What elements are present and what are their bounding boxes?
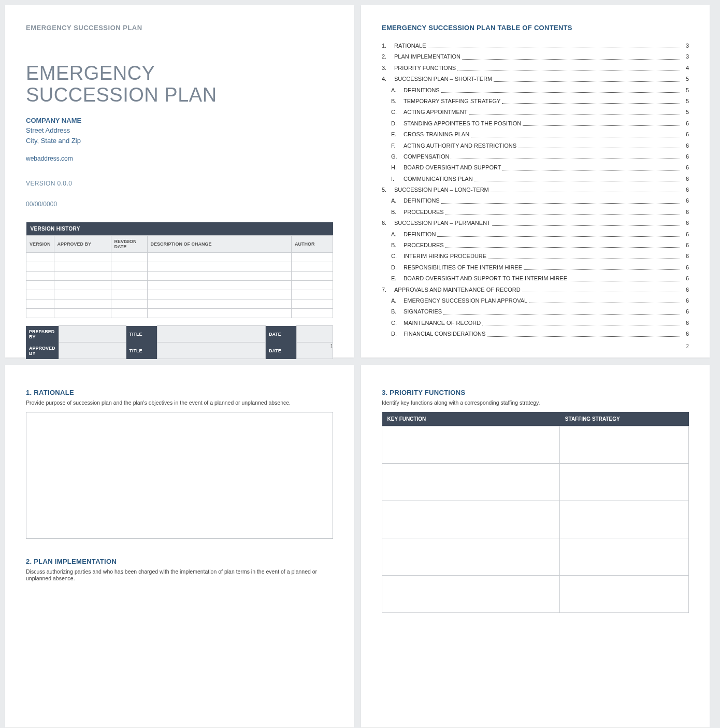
toc-dots [471, 131, 680, 137]
toc-entry: B.SIGNATORIES6 [382, 308, 689, 316]
toc-label: INTERIM HIRING PROCEDURE [404, 252, 486, 260]
toc-dots [494, 75, 680, 81]
priority-row [382, 426, 689, 463]
toc-dots [529, 297, 680, 303]
toc-label: COMMUNICATIONS PLAN [404, 175, 473, 183]
toc-page: 6 [682, 330, 689, 338]
toc-title: EMERGENCY SUCCESSION PLAN TABLE OF CONTE… [382, 24, 689, 32]
toc-number: D. [391, 330, 404, 338]
toc-dots [457, 64, 680, 70]
toc-entry: 1.RATIONALE3 [382, 42, 689, 50]
toc-entry: C.MAINTENANCE OF RECORD6 [382, 319, 689, 327]
toc-dots [445, 208, 680, 215]
version-label: VERSION 0.0.0 [26, 180, 333, 187]
toc-label: SUCCESSION PLAN – PERMANENT [394, 219, 491, 227]
rationale-box [26, 412, 333, 539]
section-2-desc: Discuss authorizing parties and who has … [26, 568, 333, 582]
toc-label: ACTING APPOINTMENT [404, 108, 467, 116]
prepared-by-label: PREPARED BY [26, 326, 59, 342]
doc-header: EMERGENCY SUCCESSION PLAN [26, 24, 333, 32]
vh-row [26, 309, 333, 318]
toc-number: D. [391, 264, 404, 272]
toc-entry: F.ACTING AUTHORITY AND RESTRICTIONS6 [382, 142, 689, 150]
toc-entry: 4.SUCCESSION PLAN – SHORT-TERM5 [382, 75, 689, 83]
toc-label: FINANCIAL CONSIDERATIONS [404, 330, 485, 338]
toc-dots [474, 175, 680, 181]
section-3-desc: Identify key functions along with a corr… [382, 399, 689, 407]
priority-functions-table: KEY FUNCTION STAFFING STRATEGY [382, 412, 689, 613]
toc-number: A. [391, 297, 404, 305]
toc-dots [502, 164, 680, 170]
toc-number: D. [391, 120, 404, 127]
toc-entry: 3.PRIORITY FUNCTIONS4 [382, 64, 689, 72]
toc-page: 5 [682, 87, 689, 94]
page-2: EMERGENCY SUCCESSION PLAN TABLE OF CONTE… [361, 5, 710, 358]
toc-page: 6 [682, 286, 689, 294]
toc-label: SUCCESSION PLAN – SHORT-TERM [394, 75, 492, 83]
doc-date: 00/00/0000 [26, 201, 333, 208]
toc-number: G. [391, 153, 404, 161]
toc-number: B. [391, 241, 404, 249]
toc-number: B. [391, 308, 404, 316]
title-label: TITLE [126, 326, 157, 342]
section-3-title: 3. PRIORITY FUNCTIONS [382, 389, 689, 396]
toc-number: 5. [382, 186, 394, 194]
toc-page: 6 [682, 175, 689, 183]
toc-dots [441, 197, 680, 203]
toc-page: 6 [682, 219, 689, 227]
vh-row [26, 299, 333, 309]
vh-col-version: VERSION [26, 236, 54, 253]
toc-entry: A.DEFINITIONS5 [382, 87, 689, 94]
vh-title: VERSION HISTORY [26, 222, 333, 236]
signoff-table: PREPARED BY TITLE DATE APPROVED BY TITLE… [26, 325, 333, 359]
toc-number: A. [391, 231, 404, 238]
toc-dots [443, 308, 680, 314]
toc-dots [524, 264, 680, 270]
vh-col-approved-by: APPROVED BY [54, 236, 111, 253]
toc-page: 4 [682, 64, 689, 72]
toc-dots [469, 108, 680, 115]
toc-entry: 7.APPROVALS AND MAINTENANCE OF RECORD6 [382, 286, 689, 294]
date-label-2: DATE [266, 342, 297, 359]
approved-by-cell [59, 342, 126, 359]
toc-dots [451, 153, 680, 159]
toc-entry: I.COMMUNICATIONS PLAN6 [382, 175, 689, 183]
page-1: EMERGENCY SUCCESSION PLAN EMERGENCY SUCC… [5, 5, 354, 358]
title-line1: EMERGENCY [26, 62, 155, 84]
col-staffing-strategy: STAFFING STRATEGY [560, 412, 689, 426]
toc-page: 5 [682, 97, 689, 105]
toc-number: 2. [382, 53, 394, 61]
toc-page: 6 [682, 164, 689, 172]
toc-number: 3. [382, 64, 394, 72]
date-cell [297, 326, 333, 342]
toc-label: BOARD OVERSIGHT AND SUPPORT [404, 164, 501, 172]
toc-dots [462, 53, 680, 59]
version-history-table: VERSION HISTORY VERSION APPROVED BY REVI… [26, 222, 333, 318]
doc-title: EMERGENCY SUCCESSION PLAN [26, 63, 333, 106]
toc-label: COMPENSATION [404, 153, 449, 161]
toc-entry: A.DEFINITION6 [382, 231, 689, 238]
toc-label: DEFINITIONS [404, 197, 440, 205]
toc-number: A. [391, 197, 404, 205]
toc-dots [428, 42, 680, 48]
page-number: 1 [330, 344, 333, 349]
toc-number: B. [391, 97, 404, 105]
priority-row [382, 463, 689, 501]
date-cell-2 [297, 342, 333, 359]
toc-entry: 5.SUCCESSION PLAN – LONG-TERM6 [382, 186, 689, 194]
toc-dots [522, 286, 680, 292]
toc-entry: E.BOARD OVERSIGHT AND SUPPORT TO THE INT… [382, 275, 689, 282]
company-block: COMPANY NAME Street Address City, State … [26, 116, 333, 146]
toc-page: 6 [682, 231, 689, 238]
toc-entry: B.PROCEDURES6 [382, 241, 689, 249]
vh-row [26, 253, 333, 262]
approved-by-label: APPROVED BY [26, 342, 59, 359]
vh-row [26, 290, 333, 299]
title-cell-2 [157, 342, 265, 359]
toc-number: C. [391, 108, 404, 116]
toc-dots [487, 330, 680, 336]
title-cell [157, 326, 265, 342]
toc-dots [482, 319, 680, 325]
toc-dots [569, 275, 680, 281]
section-2-title: 2. PLAN IMPLEMENTATION [26, 558, 333, 565]
